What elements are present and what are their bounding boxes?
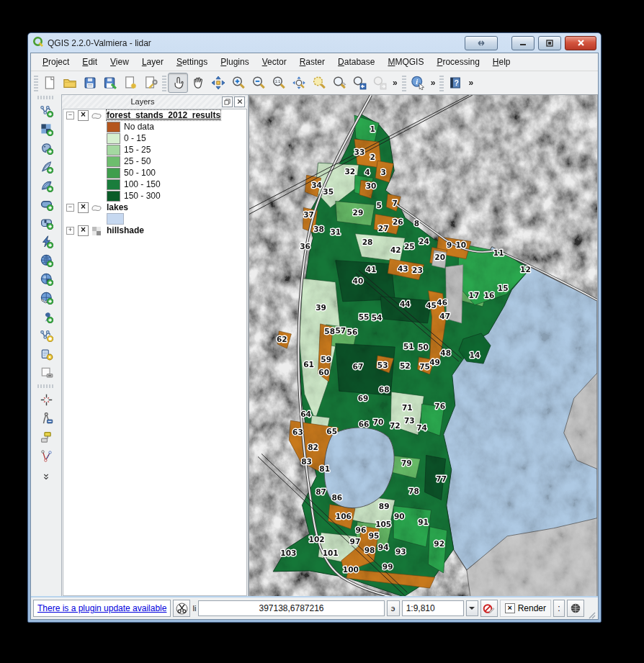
cad-tools-button[interactable] xyxy=(37,410,55,428)
check-geometries-button[interactable] xyxy=(37,447,55,465)
scale-combobox[interactable]: 1:9,810 xyxy=(402,600,464,616)
crs-status-icon[interactable] xyxy=(567,600,584,617)
toolbar-overflow-button[interactable]: » xyxy=(465,78,476,88)
zoom-native-button[interactable]: 1:1 xyxy=(269,73,289,93)
zoom-to-layer-button[interactable] xyxy=(329,73,349,93)
add-wfs-layer-button[interactable] xyxy=(37,289,55,307)
add-wms-layer-button[interactable] xyxy=(37,251,55,269)
dock-close-icon[interactable] xyxy=(234,96,245,107)
layer-name[interactable]: lakes xyxy=(107,202,128,212)
identify-features-button[interactable]: i xyxy=(408,73,428,93)
stop-render-icon[interactable] xyxy=(480,600,498,617)
add-oracle-layer-button[interactable] xyxy=(37,195,55,213)
layer-name[interactable]: hillshade xyxy=(107,225,144,235)
plugin-update-box: There is a plugin update available xyxy=(33,600,171,617)
zoom-full-button[interactable] xyxy=(289,73,309,93)
add-vector-layer-button[interactable] xyxy=(37,102,55,119)
open-project-button[interactable] xyxy=(60,73,80,93)
zoom-out-button[interactable] xyxy=(249,73,269,93)
move-label-button[interactable] xyxy=(37,428,55,446)
save-project-button[interactable] xyxy=(80,73,100,93)
add-mssql-layer-button[interactable] xyxy=(37,176,55,194)
add-sqlanywhere-layer-button[interactable] xyxy=(37,233,55,251)
toolbar-overflow-button[interactable]: » xyxy=(428,78,439,88)
stand-label-61: 61 xyxy=(303,360,314,369)
menu-layer[interactable]: Layer xyxy=(136,55,169,69)
map-canvas[interactable]: 1332324330343557372926827383136282425910… xyxy=(249,94,598,597)
zoom-next-button[interactable] xyxy=(370,73,390,93)
save-project-as-button[interactable] xyxy=(100,73,120,93)
stand-label-83: 83 xyxy=(301,457,312,466)
resize-grip[interactable] xyxy=(586,610,596,619)
new-print-composer-button[interactable] xyxy=(120,73,140,93)
zoom-in-button[interactable] xyxy=(228,73,249,93)
layer-visibility-checkbox[interactable]: × xyxy=(78,202,89,213)
layer-name[interactable]: forest_stands_2012_results xyxy=(107,110,220,120)
add-wcs-layer-button[interactable] xyxy=(37,270,55,288)
menu-raster[interactable]: Raster xyxy=(294,55,331,69)
legend-class-label: 150 - 300 xyxy=(124,191,161,201)
pan-to-selection-button[interactable] xyxy=(208,73,228,93)
close-button[interactable] xyxy=(565,36,596,50)
zoom-last-button[interactable] xyxy=(349,73,370,93)
menu-view[interactable]: View xyxy=(104,55,135,69)
composer-manager-button[interactable] xyxy=(140,73,161,93)
toolbar-drag-handle[interactable] xyxy=(34,74,38,91)
stand-label-44: 44 xyxy=(400,299,411,308)
language-switch-button[interactable] xyxy=(465,36,498,50)
dock-float-icon[interactable] xyxy=(222,96,233,107)
extent-toggle-button[interactable]: э xyxy=(387,600,400,616)
menu-mmqgis[interactable]: MMQGIS xyxy=(382,55,429,69)
labeling-options-button[interactable] xyxy=(37,391,55,409)
zoom-to-selection-button[interactable] xyxy=(309,73,329,93)
title-bar[interactable]: QGIS 2.2.0-Valmiera - lidar xyxy=(28,33,601,53)
maximize-button[interactable] xyxy=(538,36,561,50)
toolbar-drag-handle[interactable] xyxy=(439,74,444,91)
menu-project[interactable]: Project xyxy=(37,55,75,69)
stand-label-37: 37 xyxy=(303,211,314,220)
expander-icon[interactable]: − xyxy=(66,204,74,212)
render-checkbox[interactable]: × xyxy=(505,603,515,613)
layer-row-hillshade[interactable]: +×hillshade xyxy=(63,225,246,236)
svg-text:i: i xyxy=(416,78,418,86)
menu-vector[interactable]: Vector xyxy=(256,55,292,69)
scale-dropdown-icon[interactable] xyxy=(466,600,478,616)
coordinate-input[interactable]: 397138,6787216 xyxy=(198,600,384,616)
toolbar-drag-handle[interactable] xyxy=(37,96,55,99)
add-delimited-text-layer-button[interactable] xyxy=(37,307,55,325)
toolbar-drag-handle[interactable] xyxy=(402,74,406,91)
help-contents-button[interactable]: ? xyxy=(445,73,465,93)
plugin-update-link[interactable]: There is a plugin update available xyxy=(37,603,166,613)
new-project-button[interactable] xyxy=(40,73,60,93)
remove-layer-button[interactable] xyxy=(37,364,55,382)
menu-processing[interactable]: Processing xyxy=(431,55,485,69)
menu-settings[interactable]: Settings xyxy=(171,55,213,69)
menu-plugins[interactable]: Plugins xyxy=(215,55,254,69)
toolbar-overflow-button[interactable]: » xyxy=(390,78,401,88)
menu-database[interactable]: Database xyxy=(332,55,380,69)
touch-zoom-and-pan-button[interactable] xyxy=(168,73,188,93)
add-postgis-layer-button[interactable] xyxy=(37,139,55,157)
layer-visibility-checkbox[interactable]: × xyxy=(78,225,89,236)
toolbar-drag-handle[interactable] xyxy=(162,74,166,91)
minimize-button[interactable] xyxy=(511,36,535,50)
plugin-scissors-icon[interactable] xyxy=(173,600,190,617)
menu-help[interactable]: Help xyxy=(487,55,516,69)
layer-visibility-checkbox[interactable]: × xyxy=(78,110,89,121)
layers-dock-titlebar[interactable]: Layers xyxy=(62,95,248,108)
messages-button[interactable]: : xyxy=(553,600,565,617)
layer-row-forest_stands_2012_results[interactable]: −×forest_stands_2012_results xyxy=(63,109,246,121)
new-spatialite-layer-button[interactable] xyxy=(37,345,55,363)
add-oracle-georaster-layer-button[interactable] xyxy=(37,214,55,232)
expander-icon[interactable]: − xyxy=(66,112,74,119)
add-raster-layer-button[interactable] xyxy=(37,120,55,138)
add-spatialite-layer-button[interactable] xyxy=(37,158,55,176)
render-toggle[interactable]: × Render xyxy=(500,600,551,617)
new-shapefile-layer-button[interactable] xyxy=(37,326,55,344)
pan-map-button[interactable] xyxy=(188,73,208,93)
legend-class-label: 15 - 25 xyxy=(124,145,151,155)
layer-row-lakes[interactable]: −×lakes xyxy=(63,202,246,213)
expander-icon[interactable]: + xyxy=(66,227,74,235)
menu-edit[interactable]: Edit xyxy=(76,55,103,69)
toolbar-more-button[interactable] xyxy=(37,467,55,485)
